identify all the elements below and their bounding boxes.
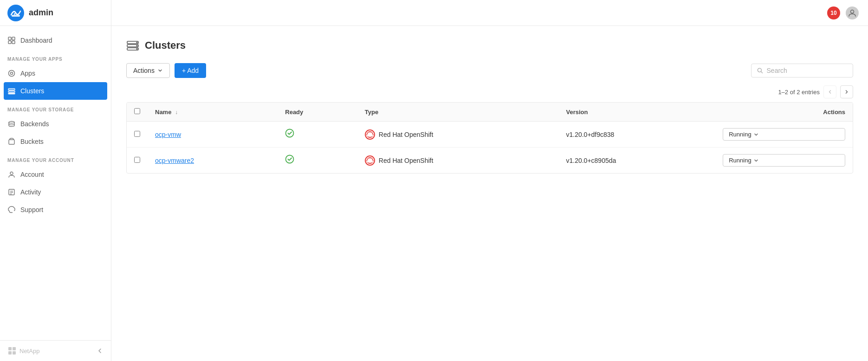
svg-point-13 [10,172,13,175]
sidebar-item-backends-label: Backends [20,120,49,128]
svg-rect-4 [8,41,11,44]
dashboard-label: Dashboard [20,37,52,44]
search-icon [757,67,763,74]
row-type-0: Red Hat OpenShift [357,122,559,148]
sidebar-footer: NetApp [0,340,111,361]
sort-icon: ↓ [175,109,178,116]
cluster-link-1[interactable]: ocp-vmware2 [155,157,194,164]
svg-rect-9 [8,91,15,92]
sidebar-item-backends[interactable]: Backends [0,115,111,133]
sidebar-item-apps-label: Apps [20,70,35,77]
row-ready-1 [278,148,357,174]
row-actions-1: Running [715,148,853,174]
sidebar-item-account[interactable]: Account [0,166,111,183]
search-box[interactable] [751,64,853,77]
type-label-0: Red Hat OpenShift [379,131,434,138]
sidebar-item-dashboard[interactable]: Dashboard [0,32,111,49]
col-header-ready: Ready [278,103,357,122]
sidebar: admin Dashboard MANAGE YOUR APPS [0,0,111,361]
svg-point-22 [851,10,854,13]
row-ready-0 [278,122,357,148]
search-input[interactable] [767,67,847,74]
prev-page-button[interactable] [823,85,836,98]
clusters-table: Name ↓ Ready Type Version [126,102,853,174]
sidebar-item-clusters[interactable]: Clusters [4,82,107,100]
select-all-checkbox[interactable] [134,108,140,114]
buckets-icon [7,137,16,146]
app-title: admin [29,8,53,18]
sidebar-item-activity-label: Activity [20,188,41,196]
section-label-account: MANAGE YOUR ACCOUNT [0,150,111,166]
clusters-page-icon [126,39,139,52]
app-logo-icon [7,5,24,21]
svg-point-32 [286,155,294,163]
svg-point-28 [136,48,138,50]
svg-rect-1 [14,13,15,15]
apps-icon [7,69,16,77]
row-checkbox-0[interactable] [134,131,140,137]
add-label: + Add [182,67,199,74]
ready-status-icon-1 [285,156,294,166]
actions-button[interactable]: Actions [126,63,170,78]
row-checkbox-1[interactable] [134,157,140,163]
row-checkbox-cell [127,148,148,174]
row-name-1: ocp-vmware2 [148,148,278,174]
svg-point-6 [9,71,15,77]
page-content: Clusters Actions + Add 1–2 [111,26,868,361]
pagination-text: 1–2 of 2 entries [778,89,820,96]
svg-rect-20 [8,351,12,355]
svg-point-7 [11,72,13,75]
account-icon [7,170,16,179]
status-badge-1[interactable]: Running [723,154,845,167]
svg-rect-21 [13,351,16,355]
status-label-1: Running [729,157,751,164]
table-header-row: Name ↓ Ready Type Version [127,103,853,122]
sidebar-nav: Dashboard MANAGE YOUR APPS Apps Cluster [0,26,111,340]
table-row: ocp-vmw [127,122,853,148]
svg-rect-3 [12,37,15,40]
collapse-sidebar-button[interactable] [96,347,104,355]
sidebar-item-apps[interactable]: Apps [0,64,111,82]
topbar: 10 [111,0,868,26]
table-row: ocp-vmware2 [127,148,853,174]
svg-rect-10 [8,93,15,94]
col-header-type: Type [357,103,559,122]
user-avatar[interactable] [846,6,859,19]
cluster-link-0[interactable]: ocp-vmw [155,131,181,138]
activity-icon [7,188,16,196]
svg-rect-5 [12,41,15,44]
section-label-storage: MANAGE YOUR STORAGE [0,100,111,115]
openshift-icon-1 [365,155,375,166]
support-icon [7,206,16,214]
actions-label: Actions [133,67,155,74]
row-type-1: Red Hat OpenShift [357,148,559,174]
svg-point-30 [286,129,294,137]
sidebar-item-support[interactable]: Support [0,201,111,219]
col-header-version: Version [558,103,715,122]
notifications-badge[interactable]: 10 [827,6,840,19]
row-actions-0: Running [715,122,853,148]
pagination-row: 1–2 of 2 entries [126,85,853,98]
svg-rect-18 [8,347,12,350]
status-chevron-icon-1 [753,158,759,163]
page-title: Clusters [145,39,186,52]
svg-point-11 [9,122,14,123]
chevron-right-icon [844,90,849,94]
col-header-name[interactable]: Name ↓ [148,103,278,122]
sidebar-item-buckets[interactable]: Buckets [0,133,111,150]
sidebar-header: admin [0,0,111,26]
actions-chevron-icon [157,68,163,73]
add-button[interactable]: + Add [175,63,206,78]
toolbar: Actions + Add [126,63,853,78]
svg-point-27 [136,45,138,46]
status-label-0: Running [729,131,751,138]
sidebar-item-activity[interactable]: Activity [0,183,111,201]
sidebar-item-account-label: Account [20,171,44,178]
sidebar-item-buckets-label: Buckets [20,138,44,145]
type-label-1: Red Hat OpenShift [379,157,434,164]
status-badge-0[interactable]: Running [723,128,845,141]
row-name-0: ocp-vmw [148,122,278,148]
next-page-button[interactable] [840,85,853,98]
svg-rect-8 [8,89,15,90]
row-version-1: v1.20.0+c8905da [558,148,715,174]
